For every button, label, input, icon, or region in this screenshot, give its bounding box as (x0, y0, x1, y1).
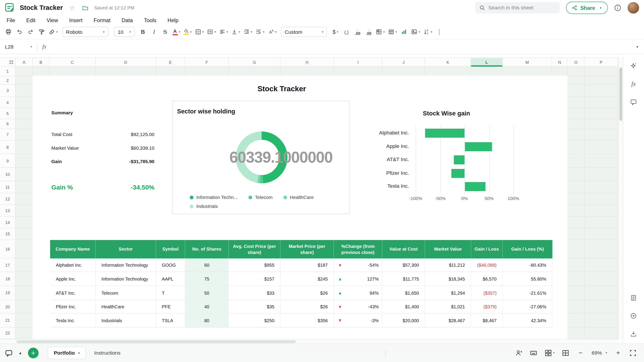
row-header-9[interactable]: 9 (0, 154, 16, 168)
row-header-10[interactable]: 10 (0, 168, 16, 181)
gain-chart-bar[interactable] (465, 142, 492, 151)
menu-insert[interactable]: Insert (69, 17, 82, 23)
clipboard-icon[interactable] (628, 293, 638, 302)
row-header-6[interactable]: 6 (0, 119, 16, 129)
info-icon[interactable] (614, 4, 622, 12)
keyboard-icon[interactable] (530, 349, 537, 357)
vertical-align-button[interactable]: ▾ (230, 27, 242, 37)
zoom-in-button[interactable]: + (614, 349, 622, 357)
collapse-sheetbar-icon[interactable]: ▲ (18, 351, 22, 355)
column-header-N[interactable]: N (552, 58, 568, 67)
row-header-18[interactable]: 18 (0, 272, 16, 286)
text-wrap-button[interactable]: ▾ (254, 27, 266, 37)
document-title[interactable]: Stock Tracker (20, 4, 63, 12)
menu-edit[interactable]: Edit (26, 17, 35, 23)
indent-button[interactable]: ▾ (242, 27, 254, 37)
column-header-M[interactable]: M (503, 58, 552, 67)
row-header-7[interactable]: 7 (0, 129, 16, 141)
legend-item[interactable]: Industrials (190, 202, 218, 211)
row-header-3[interactable]: 3 (0, 85, 16, 97)
menu-help[interactable]: Help (168, 17, 178, 23)
strikethrough-button[interactable]: S (160, 27, 170, 37)
row-header-1[interactable]: 1 (0, 67, 16, 77)
gain-chart-bar[interactable] (454, 155, 465, 164)
column-header-B[interactable]: B (33, 58, 49, 67)
column-header-L[interactable]: L (471, 58, 503, 67)
row-header-17[interactable]: 17 (0, 258, 16, 272)
currency-format-button[interactable]: $▾ (330, 27, 340, 37)
column-header-P[interactable]: P (584, 58, 618, 67)
row-header-14[interactable]: 14 (0, 217, 16, 228)
favorite-star-icon[interactable]: ☆ (69, 4, 75, 12)
bold-button[interactable]: B (138, 27, 148, 37)
column-header-J[interactable]: J (382, 58, 425, 67)
table-row[interactable]: Alphabet Inc.Information TechnologyGOOG6… (50, 258, 552, 272)
font-family-select[interactable]: Roboto▾ (62, 27, 108, 37)
vertical-scrollbar[interactable] (618, 58, 622, 339)
row-header-5[interactable]: 5 (0, 108, 16, 119)
menu-file[interactable]: File (6, 17, 15, 23)
sheet-tab-portfolio[interactable]: Portfolio▾ (48, 347, 86, 359)
insert-chart-button[interactable] (399, 27, 409, 37)
functions-icon[interactable]: fx (628, 79, 638, 89)
row-header-8[interactable]: 8 (0, 141, 16, 154)
app-logo-icon[interactable] (5, 3, 15, 13)
table-row[interactable]: Pfizer Inc.HealthCarePFE40$35$26▼-43%$1,… (50, 300, 552, 314)
search-input[interactable] (488, 5, 553, 11)
redo-button[interactable] (26, 27, 36, 37)
insert-image-button[interactable]: ▾ (410, 27, 421, 37)
sheet-tab-instructions[interactable]: Instructions (88, 347, 126, 359)
row-header-21[interactable]: 21 (0, 313, 16, 327)
column-header-A[interactable]: A (16, 58, 33, 67)
legend-item[interactable]: Telecom (248, 193, 272, 201)
format-as-table-button[interactable]: ▾ (387, 27, 398, 37)
undo-button[interactable] (14, 27, 24, 37)
column-header-O[interactable]: O (568, 58, 584, 67)
legend-item[interactable]: Information Techn... (190, 193, 238, 201)
legend-item[interactable]: HealthCare (283, 193, 314, 201)
text-rotation-button[interactable]: A▾ (266, 27, 278, 37)
horizontal-scrollbar[interactable] (0, 339, 618, 343)
column-header-E[interactable]: E (156, 58, 185, 67)
split-view-icon[interactable] (562, 349, 569, 357)
borders-button[interactable]: ▾ (194, 27, 205, 37)
column-header-D[interactable]: D (96, 58, 156, 67)
text-color-button[interactable]: A▾ (171, 27, 182, 37)
increase-decimal-button[interactable]: →.00 (364, 27, 374, 37)
row-header-20[interactable]: 20 (0, 300, 16, 314)
row-header-4[interactable]: 4 (0, 97, 16, 108)
assign-user-icon[interactable] (515, 349, 522, 357)
row-header-16[interactable]: 16 (0, 240, 16, 259)
row-header-13[interactable]: 13 (0, 205, 16, 217)
user-avatar[interactable] (628, 2, 639, 14)
vertical-scrollbar-thumb[interactable] (620, 67, 622, 121)
thousands-separator-button[interactable]: (,) (342, 27, 352, 37)
table-row[interactable]: AT&T Inc.TelecomT50$33$26▲94%$1,650$1,29… (50, 286, 552, 300)
row-header-11[interactable]: 11 (0, 181, 16, 193)
add-sheet-button[interactable]: + (28, 348, 39, 358)
formula-input[interactable] (52, 39, 630, 54)
folder-icon[interactable] (82, 5, 88, 11)
menu-tools[interactable]: Tools (144, 17, 156, 23)
column-header-H[interactable]: H (280, 58, 334, 67)
search-box[interactable] (475, 2, 560, 14)
print-button[interactable] (3, 27, 14, 37)
conditional-format-button[interactable]: ▾ (374, 27, 386, 37)
name-box[interactable]: L28 ▾ (0, 39, 37, 54)
fullscreen-icon[interactable] (629, 349, 636, 357)
menu-data[interactable]: Data (122, 17, 133, 23)
comments-icon[interactable] (628, 97, 638, 107)
font-size-select[interactable]: 10▾ (114, 27, 134, 37)
table-row[interactable]: Tesla Inc.IndustrialsTSLA80$250$356▼-3%$… (50, 313, 552, 327)
horizontal-scrollbar-thumb[interactable] (16, 340, 296, 343)
fill-color-button[interactable]: ▾ (182, 27, 193, 37)
focus-target-icon[interactable] (628, 311, 638, 321)
column-header-C[interactable]: C (49, 58, 96, 67)
gain-chart-bar[interactable] (425, 129, 464, 138)
paint-format-button[interactable] (36, 27, 47, 37)
zoom-select[interactable]: 69% ▾ (592, 350, 607, 356)
row-header-12[interactable]: 12 (0, 193, 16, 205)
gain-chart-bar[interactable] (452, 169, 465, 178)
sheet-view-icon[interactable]: ▾ (544, 349, 554, 357)
formula-bar-expand-icon[interactable]: ▾ (630, 45, 644, 49)
